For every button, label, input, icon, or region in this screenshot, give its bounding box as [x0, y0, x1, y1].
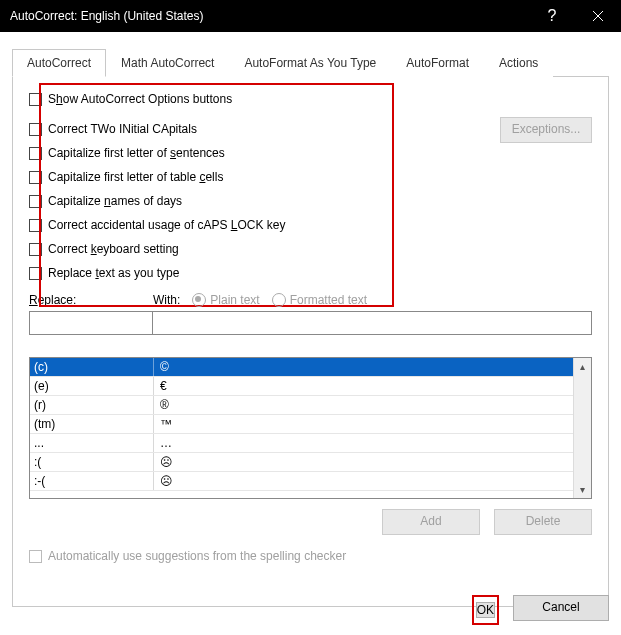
list-row[interactable]: :-(☹	[30, 472, 573, 491]
add-button[interactable]: Add	[382, 509, 480, 535]
label-keyboard: Correct keyboard setting	[48, 242, 179, 256]
list-row[interactable]: (c)©	[30, 358, 573, 377]
replace-label: Replace:	[29, 293, 76, 307]
checkbox-replace-type[interactable]	[29, 267, 42, 280]
checkbox-names-days[interactable]	[29, 195, 42, 208]
cancel-button[interactable]: Cancel	[513, 595, 609, 621]
dialog-footer: OK Cancel	[472, 595, 609, 625]
label-two-initial: Correct TWo INitial CApitals	[48, 122, 197, 136]
with-label: With:	[153, 293, 180, 307]
tab-autocorrect[interactable]: AutoCorrect	[12, 49, 106, 77]
close-icon	[593, 11, 603, 21]
checkbox-first-sentence[interactable]	[29, 147, 42, 160]
checkbox-caps-lock[interactable]	[29, 219, 42, 232]
list-row[interactable]: (e)€	[30, 377, 573, 396]
tab-autoformat-as-you-type[interactable]: AutoFormat As You Type	[229, 49, 391, 77]
scroll-up-icon[interactable]: ▴	[574, 358, 591, 375]
list-row[interactable]: :(☹	[30, 453, 573, 472]
list-cell-with: ☹	[154, 472, 573, 490]
label-show-options: Show AutoCorrect Options buttons	[48, 92, 232, 106]
list-cell-replace: :-(	[30, 472, 154, 490]
tab-math-autocorrect[interactable]: Math AutoCorrect	[106, 49, 229, 77]
checkbox-auto-suggestions[interactable]	[29, 550, 42, 563]
radio-formatted-text-label: Formatted text	[290, 293, 367, 307]
with-input[interactable]	[153, 311, 592, 335]
label-auto-suggestions: Automatically use suggestions from the s…	[48, 549, 346, 563]
label-first-table: Capitalize first letter of table cells	[48, 170, 223, 184]
close-button[interactable]	[575, 0, 621, 32]
list-cell-with: ®	[154, 396, 573, 414]
list-cell-replace: (r)	[30, 396, 154, 414]
checkbox-two-initial[interactable]	[29, 123, 42, 136]
radio-formatted-text[interactable]	[272, 293, 286, 307]
list-cell-with: …	[154, 434, 573, 452]
autocorrect-dialog: AutoCorrect: English (United States) ? A…	[0, 0, 621, 635]
tab-actions[interactable]: Actions	[484, 49, 553, 77]
highlight-annotation-ok: OK	[472, 595, 499, 625]
list-cell-replace: ...	[30, 434, 154, 452]
list-cell-with: ™	[154, 415, 573, 433]
label-names-days: Capitalize names of days	[48, 194, 182, 208]
label-first-sentence: Capitalize first letter of sentences	[48, 146, 225, 160]
radio-plain-text[interactable]	[192, 293, 206, 307]
list-cell-replace: (c)	[30, 358, 154, 376]
checkbox-keyboard[interactable]	[29, 243, 42, 256]
tab-body: Show AutoCorrect Options buttons Correct…	[12, 77, 609, 607]
list-cell-replace: (tm)	[30, 415, 154, 433]
window-title: AutoCorrect: English (United States)	[10, 9, 529, 23]
exceptions-button[interactable]: Exceptions...	[500, 117, 592, 143]
label-replace-type: Replace text as you type	[48, 266, 179, 280]
delete-button[interactable]: Delete	[494, 509, 592, 535]
replace-list[interactable]: (c)©(e)€(r)®(tm)™...…:(☹:-(☹ ▴ ▾	[29, 357, 592, 499]
tab-strip: AutoCorrect Math AutoCorrect AutoFormat …	[12, 48, 609, 77]
list-row[interactable]: ...…	[30, 434, 573, 453]
list-cell-replace: (e)	[30, 377, 154, 395]
list-row[interactable]: (tm)™	[30, 415, 573, 434]
list-cell-replace: :(	[30, 453, 154, 471]
ok-button[interactable]: OK	[476, 602, 495, 618]
checkbox-show-options[interactable]	[29, 93, 42, 106]
list-cell-with: ©	[154, 358, 573, 376]
replace-input[interactable]	[29, 311, 153, 335]
list-cell-with: €	[154, 377, 573, 395]
label-caps-lock: Correct accidental usage of cAPS LOCK ke…	[48, 218, 285, 232]
list-cell-with: ☹	[154, 453, 573, 471]
radio-plain-text-label: Plain text	[210, 293, 259, 307]
checkbox-first-table[interactable]	[29, 171, 42, 184]
list-row[interactable]: (r)®	[30, 396, 573, 415]
tab-autoformat[interactable]: AutoFormat	[391, 49, 484, 77]
list-scrollbar[interactable]: ▴ ▾	[573, 358, 591, 498]
titlebar: AutoCorrect: English (United States) ?	[0, 0, 621, 32]
scroll-down-icon[interactable]: ▾	[574, 481, 591, 498]
help-button[interactable]: ?	[529, 0, 575, 32]
